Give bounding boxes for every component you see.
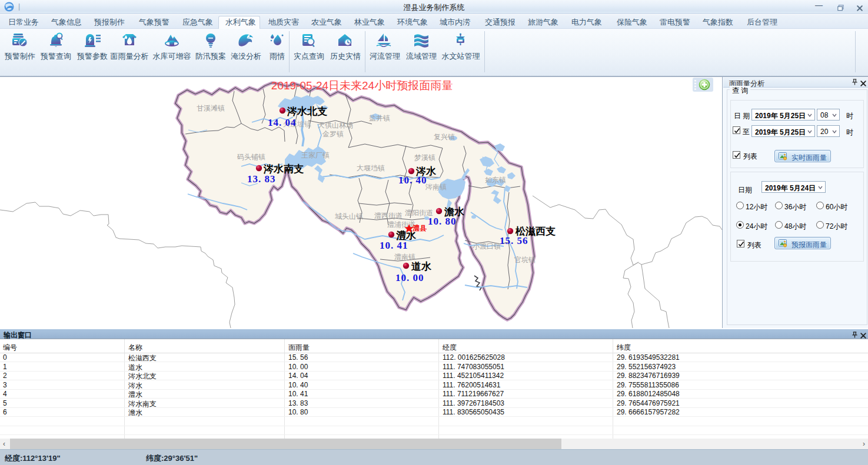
svg-text:小渡口镇: 小渡口镇 — [473, 242, 501, 250]
svg-text:澧县: 澧县 — [412, 224, 427, 232]
svg-text:天供山林场: 天供山林场 — [318, 121, 353, 129]
svg-text:涔南镇: 涔南镇 — [425, 183, 447, 191]
svg-text:澧南镇: 澧南镇 — [394, 253, 415, 261]
svg-text:10. 80: 10. 80 — [428, 216, 457, 227]
svg-text:涔水北支: 涔水北支 — [287, 106, 328, 117]
svg-text:15. 56: 15. 56 — [500, 235, 528, 246]
svg-text:10. 00: 10. 00 — [395, 272, 424, 283]
svg-text:如东镇: 如东镇 — [485, 176, 506, 184]
svg-text:甘溪滩镇: 甘溪滩镇 — [197, 104, 225, 112]
svg-text:13. 83: 13. 83 — [247, 173, 276, 185]
svg-text:14. 04: 14. 04 — [268, 117, 297, 128]
svg-text:梦溪镇: 梦溪镇 — [414, 153, 435, 162]
svg-text:城头山镇: 城头山镇 — [335, 212, 363, 220]
svg-text:官垸镇: 官垸镇 — [514, 256, 536, 264]
svg-text:澧西街道: 澧西街道 — [374, 212, 403, 220]
svg-text:码头铺镇: 码头铺镇 — [237, 153, 265, 161]
svg-text:大堰垱镇: 大堰垱镇 — [357, 164, 385, 172]
svg-text:复兴镇: 复兴镇 — [434, 133, 455, 141]
svg-text:盐井镇: 盐井镇 — [369, 114, 390, 122]
svg-text:金罗镇: 金罗镇 — [322, 130, 344, 138]
svg-text:10. 40: 10. 40 — [398, 175, 427, 186]
svg-text:王家厂镇: 王家厂镇 — [301, 151, 330, 159]
svg-text:10. 41: 10. 41 — [380, 240, 408, 251]
svg-text:道水: 道水 — [411, 261, 432, 272]
